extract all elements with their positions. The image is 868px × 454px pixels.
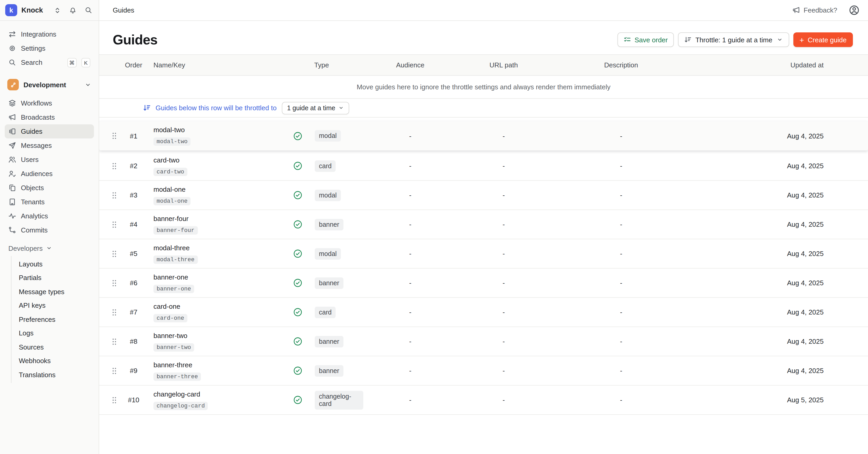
drag-handle[interactable] <box>107 250 121 257</box>
sidebar-sub-item[interactable]: Logs <box>11 326 94 340</box>
sidebar-sub-item-label: API keys <box>19 302 46 310</box>
guide-row[interactable]: #5 modal-three modal-three modal - <box>99 239 868 268</box>
breadcrumb: Guides <box>113 6 134 14</box>
sidebar-item-guides[interactable]: Guides <box>5 124 94 138</box>
guide-type-cell: banner <box>285 219 363 230</box>
sidebar-sub-item[interactable]: Message types <box>11 285 94 299</box>
guide-row[interactable]: #7 card-one card-one card - - <box>99 298 868 327</box>
drag-handle[interactable] <box>107 192 121 199</box>
app-window: k Knock Integrations <box>0 0 868 454</box>
check-circle-icon <box>293 308 302 317</box>
check-circle-icon <box>293 132 302 140</box>
sidebar-item-users[interactable]: Users <box>5 152 94 167</box>
developers-section-toggle[interactable]: Developers <box>5 242 94 255</box>
guide-audience: - <box>363 279 457 287</box>
sidebar-item-commits[interactable]: Commits <box>5 223 94 237</box>
guide-description: - <box>550 132 692 140</box>
guide-url-path: - <box>457 279 550 287</box>
notifications-bell-icon[interactable] <box>69 6 77 14</box>
sidebar-sub-item[interactable]: Preferences <box>11 312 94 326</box>
sidebar-item-settings[interactable]: Settings <box>5 41 94 55</box>
sidebar-item-broadcasts[interactable]: Broadcasts <box>5 110 94 124</box>
drag-handle[interactable] <box>107 221 121 228</box>
guide-type-cell: changelog-card <box>285 391 363 409</box>
sidebar-item-label: Workflows <box>21 99 90 107</box>
guide-row[interactable]: #6 banner-one banner-one banner - - <box>99 268 868 298</box>
guide-row[interactable]: #8 banner-two banner-two banner - - <box>99 327 868 356</box>
sidebar-sub-item[interactable]: Sources <box>11 340 94 354</box>
sidebar-sub-item[interactable]: Partials <box>11 271 94 285</box>
drag-handle[interactable] <box>107 396 121 404</box>
guide-updated-at: Aug 4, 2025 <box>692 367 868 375</box>
sidebar-item-integrations[interactable]: Integrations <box>5 27 94 41</box>
drag-handle[interactable] <box>107 132 121 140</box>
guide-name: banner-two <box>153 332 285 339</box>
sidebar-item-audiences[interactable]: Audiences <box>5 167 94 181</box>
sidebar: k Knock Integrations <box>0 0 99 454</box>
workspace-name: Knock <box>22 6 46 14</box>
unthrottled-dropzone[interactable]: Move guides here to ignore the throttle … <box>99 76 868 99</box>
guide-row[interactable]: #10 changelog-card changelog-card change… <box>99 386 868 415</box>
search-icon[interactable] <box>85 6 92 14</box>
guide-description: - <box>550 338 692 345</box>
guide-audience: - <box>363 396 457 404</box>
guide-description: - <box>550 279 692 287</box>
sidebar-item-label: Messages <box>21 142 90 149</box>
throttle-divider-link[interactable]: Guides below this row will be throttled … <box>143 104 277 112</box>
user-check-icon <box>8 170 16 178</box>
throttle-value-dropdown[interactable]: 1 guide at a time <box>282 102 349 114</box>
meta-key-badge: ⌘ <box>67 58 77 67</box>
guide-key-badge: banner-two <box>153 343 194 351</box>
environment-switcher[interactable]: Development <box>5 77 94 92</box>
sidebar-item-tenants[interactable]: Tenants <box>5 195 94 209</box>
sidebar-item-objects[interactable]: Objects <box>5 181 94 195</box>
create-guide-button[interactable]: + Create guide <box>793 32 853 47</box>
megaphone-icon <box>8 113 16 121</box>
sidebar-sub-item[interactable]: Layouts <box>11 257 94 271</box>
guide-audience: - <box>363 132 457 140</box>
guide-key-badge: modal-two <box>153 137 191 146</box>
drag-handle[interactable] <box>107 338 121 345</box>
guide-row[interactable]: #2 card-two card-two card - - <box>99 151 868 181</box>
workspace-header: k Knock <box>0 0 99 21</box>
account-avatar-icon[interactable] <box>849 5 860 16</box>
drag-handle[interactable] <box>107 309 121 316</box>
sidebar-sub-item[interactable]: API keys <box>11 299 94 312</box>
guide-name-cell: modal-three modal-three <box>146 244 285 263</box>
guide-order: #9 <box>121 367 146 375</box>
feedback-button[interactable]: Feedback? <box>792 6 837 14</box>
environment-name: Development <box>24 81 80 89</box>
save-order-button[interactable]: Save order <box>617 32 674 47</box>
drag-handle[interactable] <box>107 162 121 170</box>
guide-row[interactable]: #3 modal-one modal-one modal - - <box>99 181 868 210</box>
guide-description: - <box>550 308 692 316</box>
drag-handle[interactable] <box>107 367 121 374</box>
page-header: Guides Save order Throttle: 1 guide at a… <box>99 21 868 54</box>
guide-row[interactable]: #1 modal-two modal-two modal - - <box>99 121 868 150</box>
guide-description: - <box>550 367 692 375</box>
guide-row[interactable]: #4 banner-four banner-four banner - <box>99 210 868 239</box>
guide-type-badge: modal <box>315 189 341 201</box>
sidebar-item-label: Users <box>21 156 90 164</box>
guide-type-badge: changelog-card <box>315 391 363 409</box>
guide-type-cell: banner <box>285 336 363 347</box>
sidebar-sub-item[interactable]: Webhooks <box>11 354 94 368</box>
guide-description: - <box>550 162 692 170</box>
sidebar-sub-item[interactable]: Translations <box>11 368 94 381</box>
guide-key-badge: banner-one <box>153 284 194 293</box>
guide-row[interactable]: #9 banner-three banner-three banner - <box>99 356 868 386</box>
drag-handle[interactable] <box>107 279 121 287</box>
guide-audience: - <box>363 367 457 375</box>
throttle-dropdown[interactable]: Throttle: 1 guide at a time <box>678 32 789 47</box>
sidebar-item-analytics[interactable]: Analytics <box>5 209 94 223</box>
guide-name: banner-one <box>153 273 285 281</box>
guide-name-cell: card-one card-one <box>146 302 285 322</box>
workspace-switcher-icon[interactable] <box>54 6 61 14</box>
sidebar-item-messages[interactable]: Messages <box>5 138 94 152</box>
sidebar-item-workflows[interactable]: Workflows <box>5 96 94 110</box>
chevron-down-icon <box>339 105 344 111</box>
git-branch-icon <box>8 226 16 234</box>
guide-type-cell: banner <box>285 277 363 289</box>
sidebar-item-search[interactable]: Search ⌘ K <box>5 55 94 69</box>
guide-order: #6 <box>121 279 146 287</box>
